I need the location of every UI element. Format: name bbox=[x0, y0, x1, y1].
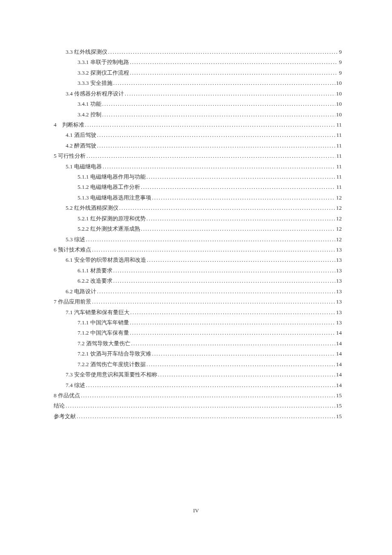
toc-leader-dots bbox=[141, 182, 336, 192]
toc-page-number: 11 bbox=[336, 172, 342, 182]
toc-leader-dots bbox=[152, 193, 335, 203]
toc-entry[interactable]: 3.3.2 探测仪工作流程9 bbox=[50, 68, 342, 78]
toc-entry[interactable]: 7.1 汽车销量和保有量巨大13 bbox=[50, 307, 342, 318]
toc-entry[interactable]: 7.2.2 酒驾伤亡年度统计数据14 bbox=[50, 359, 342, 370]
toc-title: 3.3 红外线探测仪 bbox=[66, 47, 107, 57]
toc-leader-dots bbox=[103, 162, 336, 172]
toc-title: 5.1.3 电磁继电器选用注意事项 bbox=[78, 193, 151, 203]
toc-title: 6.1.1 材质要求 bbox=[78, 266, 112, 276]
toc-title: 7.1.1 中国汽车年销量 bbox=[78, 318, 129, 328]
toc-entry[interactable]: 5.3 综述12 bbox=[50, 234, 342, 245]
toc-entry[interactable]: 5.2.1 红外探测的原理和优势12 bbox=[50, 214, 342, 224]
toc-entry[interactable]: 3.4.2 控制10 bbox=[50, 110, 342, 120]
toc-title: 7.1 汽车销量和保有量巨大 bbox=[66, 307, 130, 318]
toc-page-number: 14 bbox=[336, 349, 342, 359]
toc-entry[interactable]: 7.1.1 中国汽车年销量13 bbox=[50, 318, 342, 328]
toc-title: 6.2 电路设计 bbox=[66, 286, 96, 297]
toc-leader-dots bbox=[158, 370, 335, 380]
toc-entry[interactable]: 5.1.2 电磁继电器工作分析11 bbox=[50, 182, 342, 192]
toc-page-number: 11 bbox=[336, 120, 342, 130]
toc-title: 结论 bbox=[54, 401, 65, 411]
toc-leader-dots bbox=[113, 266, 335, 276]
toc-leader-dots bbox=[86, 380, 335, 390]
toc-page-number: 10 bbox=[336, 89, 342, 99]
toc-leader-dots bbox=[92, 297, 335, 307]
toc-entry[interactable]: 7.2.1 饮酒与开车结合导致灾难14 bbox=[50, 349, 342, 359]
toc-page-number: 9 bbox=[339, 57, 342, 67]
toc-leader-dots bbox=[141, 224, 335, 234]
toc-entry[interactable]: 3.3 红外线探测仪9 bbox=[50, 47, 342, 57]
toc-leader-dots bbox=[113, 276, 335, 286]
toc-entry[interactable]: 3.3.1 串联于控制电路9 bbox=[50, 57, 342, 67]
toc-entry[interactable]: 7.2 酒驾导致大量伤亡14 bbox=[50, 338, 342, 349]
toc-page-number: 9 bbox=[339, 47, 342, 57]
toc-title: 7.2 酒驾导致大量伤亡 bbox=[78, 338, 130, 349]
toc-entry[interactable]: 7.1.2 中国汽车保有量14 bbox=[50, 328, 342, 338]
toc-page-number: 12 bbox=[336, 203, 342, 213]
toc-page-number: 11 bbox=[336, 182, 342, 192]
toc-leader-dots bbox=[81, 390, 335, 401]
toc-leader-dots bbox=[77, 411, 335, 422]
toc-entry[interactable]: 3.3.3 安全措施10 bbox=[50, 78, 342, 88]
toc-title: 4 判断标准 bbox=[54, 120, 84, 130]
toc-leader-dots bbox=[147, 255, 335, 265]
toc-entry[interactable]: 4.1 酒后驾驶11 bbox=[50, 130, 342, 140]
toc-title: 5.1 电磁继电器 bbox=[66, 162, 102, 172]
toc-entry[interactable]: 5.2 红外线酒精探测仪12 bbox=[50, 203, 342, 213]
toc-page-number: 11 bbox=[336, 151, 342, 161]
toc-entry[interactable]: 6.2 电路设计13 bbox=[50, 286, 342, 297]
toc-title: 3.3.1 串联于控制电路 bbox=[78, 57, 129, 67]
toc-leader-dots bbox=[119, 203, 335, 213]
toc-entry[interactable]: 4.2 醉酒驾驶11 bbox=[50, 141, 342, 151]
toc-title: 5.3 综述 bbox=[66, 234, 85, 245]
toc-entry[interactable]: 5.1.3 电磁继电器选用注意事项12 bbox=[50, 193, 342, 203]
toc-title: 7.2.2 酒驾伤亡年度统计数据 bbox=[78, 359, 146, 370]
toc-entry[interactable]: 参考文献15 bbox=[50, 411, 342, 422]
toc-entry[interactable]: 7.4 综述14 bbox=[50, 380, 342, 390]
toc-leader-dots bbox=[102, 99, 335, 109]
toc-leader-dots bbox=[130, 307, 335, 318]
toc-entry[interactable]: 3.4 传感器分析程序设计10 bbox=[50, 89, 342, 99]
toc-title: 7 作品应用前景 bbox=[54, 297, 91, 307]
toc-title: 7.2.1 饮酒与开车结合导致灾难 bbox=[78, 349, 151, 359]
toc-page-number: 13 bbox=[336, 266, 342, 276]
toc-entry[interactable]: 结论15 bbox=[50, 401, 342, 411]
toc-page-number: 14 bbox=[336, 380, 342, 390]
toc-page-number: 11 bbox=[336, 162, 342, 172]
toc-leader-dots bbox=[86, 234, 335, 245]
toc-leader-dots bbox=[147, 359, 335, 370]
toc-leader-dots bbox=[86, 151, 335, 161]
toc-entry[interactable]: 6 预计技术难点13 bbox=[50, 245, 342, 255]
toc-title: 7.3 安全带使用意识和其重要性不相称 bbox=[66, 370, 157, 380]
toc-leader-dots bbox=[92, 245, 335, 255]
toc-leader-dots bbox=[152, 349, 335, 359]
toc-leader-dots bbox=[130, 57, 338, 67]
toc-entry[interactable]: 7.3 安全带使用意识和其重要性不相称14 bbox=[50, 370, 342, 380]
toc-entry[interactable]: 5 可行性分析11 bbox=[50, 151, 342, 161]
toc-entry[interactable]: 5.1.1 电磁继电器作用与功能11 bbox=[50, 172, 342, 182]
toc-page-number: 12 bbox=[336, 224, 342, 234]
toc-page-number: 13 bbox=[336, 286, 342, 297]
toc-entry[interactable]: 6.2.2 改造要求13 bbox=[50, 276, 342, 286]
toc-page-number: 14 bbox=[336, 370, 342, 380]
toc-entry[interactable]: 6.1.1 材质要求13 bbox=[50, 266, 342, 276]
toc-page-number: 13 bbox=[336, 276, 342, 286]
toc-page-number: 12 bbox=[336, 234, 342, 245]
toc-title: 8 作品优点 bbox=[54, 390, 80, 401]
toc-title: 5 可行性分析 bbox=[54, 151, 86, 161]
toc-entry[interactable]: 5.2.2 红外测技术逐渐成熟12 bbox=[50, 224, 342, 234]
toc-entry[interactable]: 3.4.1 功能10 bbox=[50, 99, 342, 109]
toc-title: 7.4 综述 bbox=[66, 380, 85, 390]
toc-title: 4.1 酒后驾驶 bbox=[66, 130, 96, 140]
toc-entry[interactable]: 8 作品优点15 bbox=[50, 390, 342, 401]
toc-title: 6.1 安全带的织带材质选用和改造 bbox=[66, 255, 146, 265]
toc-page-number: 10 bbox=[336, 110, 342, 120]
toc-entry[interactable]: 6.1 安全带的织带材质选用和改造13 bbox=[50, 255, 342, 265]
toc-entry[interactable]: 7 作品应用前景13 bbox=[50, 297, 342, 307]
toc-entry[interactable]: 5.1 电磁继电器11 bbox=[50, 162, 342, 172]
document-page: 3.3 红外线探测仪93.3.1 串联于控制电路93.3.2 探测仪工作流程93… bbox=[0, 0, 392, 422]
toc-leader-dots bbox=[85, 120, 336, 130]
toc-title: 3.4.2 控制 bbox=[78, 110, 101, 120]
toc-title: 4.2 醉酒驾驶 bbox=[66, 141, 96, 151]
toc-entry[interactable]: 4 判断标准11 bbox=[50, 120, 342, 130]
